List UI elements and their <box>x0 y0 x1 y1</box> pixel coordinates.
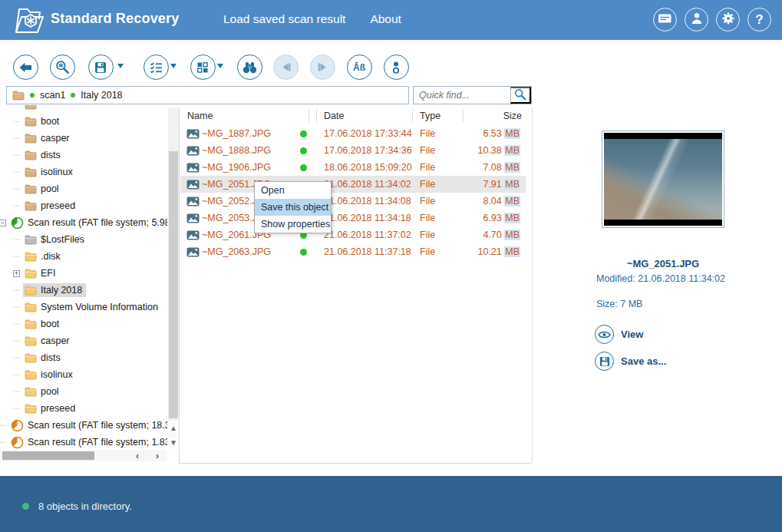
column-separator <box>316 109 317 123</box>
preview-image <box>604 133 722 226</box>
scroll-down-icon[interactable]: ▼ <box>168 435 179 449</box>
help-icon: ? <box>755 12 763 28</box>
context-menu-item-open[interactable]: Open <box>255 182 331 199</box>
encoding-button[interactable]: Āß <box>347 55 372 80</box>
scroll-left-icon[interactable]: ‹ <box>129 450 146 461</box>
context-menu-item-save-this-object[interactable]: Save this object <box>255 199 331 216</box>
tree-item-isolinux[interactable]: ⋯isolinux <box>0 164 167 180</box>
recovered-status-dot <box>300 142 308 159</box>
tree-item-disk[interactable]: ⋯.disk <box>0 248 167 265</box>
scroll-right-icon[interactable]: › <box>149 450 166 461</box>
folder-tan-icon <box>25 184 37 194</box>
tree-item-label: System Volume Information <box>41 302 158 312</box>
file-row-mg-2051-jpg[interactable]: ~MG_2051.JPG21.06.2018 11:34:02File7.91 … <box>180 176 526 193</box>
file-row-mg-2053-jpg[interactable]: ~MG_2053.JPG21.06.2018 11:34:18File6.93 … <box>180 210 526 226</box>
help-button[interactable]: ? <box>747 8 771 31</box>
tree-item-pool[interactable]: ⋯pool <box>0 180 167 197</box>
tree-hscroll-thumb[interactable] <box>2 451 94 460</box>
tree-connector: ⋯ <box>13 320 21 328</box>
breadcrumb-item[interactable]: Italy 2018 <box>81 90 122 101</box>
file-row-mg-2061-jpg[interactable]: ~MG_2061.JPG21.06.2018 11:37:02File4.70 … <box>180 226 526 243</box>
quick-find-search-button[interactable] <box>510 87 531 104</box>
tree-item-pool[interactable]: ⋯pool <box>0 383 167 400</box>
tree-item-isolinux[interactable]: ⋯isolinux <box>0 366 167 383</box>
collapse-icon[interactable]: − <box>0 220 6 226</box>
tree-item-italy-2018[interactable]: ⋯Italy 2018 <box>0 282 167 299</box>
tree-item-label: $LostFiles <box>41 234 84 245</box>
file-row-mg-1887-jpg[interactable]: ~MG_1887.JPG17.06.2018 17:33:44File6.53 … <box>180 125 526 142</box>
tree-item-boot[interactable]: ⋯boot <box>0 113 167 130</box>
step-prev-button[interactable] <box>273 55 299 80</box>
expand-icon[interactable]: + <box>13 270 20 277</box>
app-logo-icon <box>10 3 47 37</box>
back-button[interactable] <box>13 55 38 80</box>
step-next-button[interactable] <box>310 55 335 80</box>
breadcrumb-item[interactable]: scan1 <box>40 90 65 101</box>
preview-filename: ~MG_2051.JPG <box>544 258 782 269</box>
view-tiles-button[interactable] <box>190 55 216 80</box>
tree-item-dists[interactable]: ⋯dists <box>0 349 167 366</box>
tree-item-preseed[interactable]: ⋯preseed <box>0 197 167 214</box>
save-button[interactable] <box>88 55 114 80</box>
file-row-mg-2052-jpg[interactable]: ~MG_2052.JPG21.06.2018 11:34:08File8.04 … <box>180 193 526 210</box>
file-row-mg-2063-jpg[interactable]: ~MG_2063.JPG21.06.2018 11:37:18File10.21… <box>180 243 526 260</box>
view-list-dropdown-caret[interactable] <box>170 64 177 68</box>
tree-vertical-scrollbar[interactable]: ▲ ▼ <box>168 107 179 449</box>
tree-item-cropped[interactable] <box>0 105 167 113</box>
tree-item-scan-result-fat-file-system-5-98-g[interactable]: −Scan result (FAT file system; 5.98 G <box>0 214 167 231</box>
view-button[interactable]: View <box>595 325 643 344</box>
folder-icon <box>12 91 25 101</box>
tree-item-efi[interactable]: +EFI <box>0 265 167 282</box>
tree-item-system-volume-information[interactable]: ⋯System Volume Information <box>0 299 167 316</box>
tree-item-boot[interactable]: ⋯boot <box>0 316 167 332</box>
license-button[interactable] <box>653 8 677 31</box>
menu-item-about[interactable]: About <box>370 12 401 26</box>
tree-item-casper[interactable]: ⋯casper <box>0 130 167 147</box>
tree-vscroll-thumb[interactable] <box>169 151 178 418</box>
tree-item-label: casper <box>41 335 70 346</box>
tree-item-scan-result-fat-file-system-1-83-g[interactable]: ⋯Scan result (FAT file system; 1.83 G <box>0 434 167 450</box>
tree-horizontal-scrollbar[interactable]: ‹ › <box>0 450 167 461</box>
save-dropdown-caret[interactable] <box>117 64 124 68</box>
file-type: File <box>420 159 454 176</box>
file-size: 10.38 MB <box>453 142 520 159</box>
tree-item-scan-result-fat-file-system-18-36[interactable]: ⋯Scan result (FAT file system; 18.36 <box>0 417 167 434</box>
view-list-button[interactable] <box>144 55 169 80</box>
tree-item-label: Italy 2018 <box>41 285 82 296</box>
breadcrumb[interactable]: scan1Italy 2018 <box>6 86 409 104</box>
column-header-name[interactable]: Name <box>187 107 302 124</box>
pie-orange-icon <box>11 436 24 449</box>
image-file-icon <box>186 159 200 176</box>
quick-find-input[interactable] <box>414 87 510 104</box>
column-header-date[interactable]: Date <box>324 107 408 124</box>
file-row-mg-1906-jpg[interactable]: ~MG_1906.JPG18.06.2018 15:09:20File7.08 … <box>180 159 526 176</box>
scroll-up-icon[interactable]: ▲ <box>168 421 179 435</box>
context-menu-item-show-properties[interactable]: Show properties <box>255 216 331 233</box>
selection-button[interactable] <box>384 55 409 80</box>
view-tiles-dropdown-caret[interactable] <box>217 64 223 68</box>
user-button[interactable] <box>685 8 708 31</box>
find-button[interactable] <box>237 55 262 80</box>
column-separator <box>412 109 413 123</box>
crumb-status-dot <box>71 93 75 97</box>
size-unit-highlight: MB <box>504 145 520 156</box>
tree-item-label: isolinux <box>41 369 73 380</box>
app-header: Standard Recovery Load saved scan result… <box>0 0 782 40</box>
file-row-mg-1888-jpg[interactable]: ~MG_1888.JPG17.06.2018 17:34:36File10.38… <box>180 142 526 159</box>
folder-gray-icon <box>25 235 37 245</box>
menu-item-load-saved-scan-result[interactable]: Load saved scan result <box>223 12 345 26</box>
gear-button[interactable] <box>716 8 740 31</box>
status-text: 8 objects in directory. <box>38 501 132 512</box>
tree-item-lostfiles[interactable]: ⋯$LostFiles <box>0 231 167 248</box>
search-icon <box>514 88 526 103</box>
tree-connector: ⋯ <box>13 253 21 260</box>
tree-item-preseed[interactable]: ⋯preseed <box>0 400 167 417</box>
tree-item-dists[interactable]: ⋯dists <box>0 147 167 164</box>
context-menu: OpenSave this objectShow properties <box>254 181 332 233</box>
size-unit-highlight: MB <box>504 230 520 240</box>
tree-item-casper[interactable]: ⋯casper <box>0 332 167 349</box>
scan-button[interactable] <box>50 55 75 80</box>
save-as-button[interactable]: Save as... <box>595 352 666 371</box>
file-list: NameDateTypeSize ~MG_1887.JPG17.06.2018 … <box>180 107 532 463</box>
folder-tan-icon <box>25 105 37 110</box>
